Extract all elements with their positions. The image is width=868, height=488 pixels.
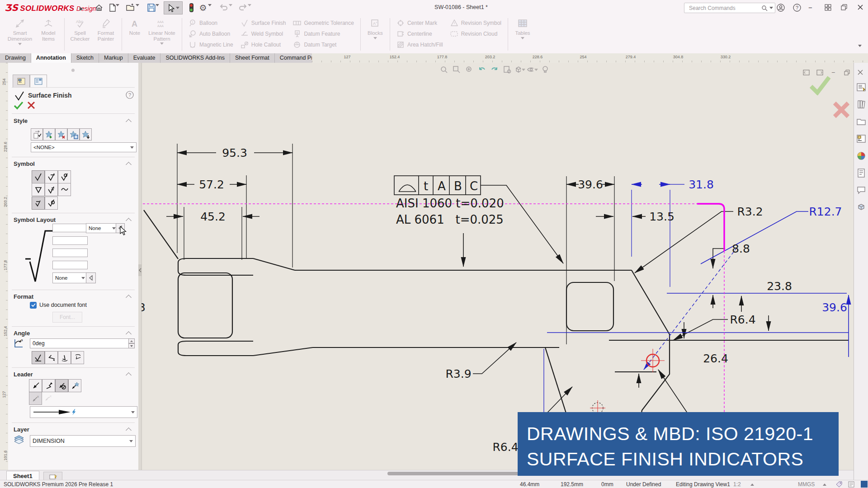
datum-feature-button[interactable]: ADatum Feature [289, 28, 358, 39]
undo-caret[interactable] [229, 6, 232, 14]
redo-caret[interactable] [248, 6, 251, 14]
symbol-section-header[interactable]: Symbol [14, 160, 35, 167]
symbol-triangle-button[interactable] [32, 183, 45, 196]
layout-dropdown-2[interactable]: None [52, 272, 88, 283]
units-label[interactable]: MMGS [798, 481, 815, 488]
layer-collapse-chevron[interactable] [126, 427, 132, 433]
dim-31-8[interactable]: 31.8 [689, 178, 714, 191]
hide-show-items-icon[interactable] [540, 64, 551, 75]
dim-95-3[interactable]: 95.3 [222, 146, 247, 160]
interference-check-button[interactable] [185, 2, 197, 14]
tables-button[interactable]: Tables [511, 15, 534, 53]
file-explorer-icon[interactable] [856, 116, 867, 127]
confirmation-accept-button[interactable] [808, 75, 832, 95]
dim-39-6-right[interactable]: 39.6 [822, 301, 847, 314]
confirmation-cancel-button[interactable] [832, 100, 851, 119]
dim-13-5[interactable]: 13.5 [649, 210, 675, 223]
style-save-button[interactable] [67, 128, 80, 141]
dim-r3-9[interactable]: R3.9 [445, 367, 471, 380]
leader-no-leader-button[interactable]: x [29, 392, 42, 405]
layout-dropdown-1[interactable]: None [86, 223, 118, 233]
leader-collapse-chevron[interactable] [126, 372, 132, 378]
search-input[interactable] [688, 5, 761, 12]
style-load-button[interactable] [80, 128, 92, 141]
format-section-header[interactable]: Format [14, 293, 33, 300]
leader-section-header[interactable]: Leader [14, 371, 33, 378]
minimize-button[interactable]: − [808, 4, 812, 11]
close-button[interactable] [857, 4, 863, 12]
layer-dropdown[interactable]: DIMENSION [30, 435, 136, 447]
format-painter-button[interactable]: Format Painter [93, 15, 119, 53]
custom-properties-icon[interactable] [856, 168, 867, 178]
pm-help-icon[interactable]: ? [126, 91, 134, 99]
panel-collapse-handle[interactable] [71, 69, 75, 72]
symbol-f-button[interactable] [45, 183, 58, 196]
note-button[interactable]: A Note [125, 15, 145, 53]
design-library-icon[interactable] [856, 99, 867, 110]
view-orientation-icon[interactable] [514, 64, 525, 75]
appearances-icon[interactable] [856, 150, 867, 161]
font-button[interactable]: Font... [52, 312, 82, 323]
tile-windows-button[interactable] [825, 4, 831, 13]
tab-solidworks-add-ins[interactable]: SOLIDWORKS Add-Ins [160, 53, 230, 63]
angle-rotate-cw-button[interactable] [71, 351, 84, 364]
search-icon[interactable] [761, 5, 768, 11]
zoom-to-area-icon[interactable] [451, 64, 462, 75]
dim-39-6[interactable]: 39.6 [578, 178, 603, 191]
selected-edge-highlight[interactable] [697, 204, 724, 251]
leader-none-button[interactable] [55, 379, 68, 392]
revision-cloud-button[interactable]: Revision Cloud [447, 28, 505, 39]
use-document-font-checkbox[interactable] [30, 302, 37, 309]
tab-sketch[interactable]: Sketch [71, 53, 99, 63]
leader-bent-button[interactable] [42, 379, 55, 392]
home-button[interactable] [93, 2, 105, 14]
symbol-layout-section-header[interactable]: Symbol Layout [14, 216, 56, 223]
featuremanager-tab[interactable] [13, 75, 30, 88]
dim-r3-2[interactable]: R3.2 [737, 205, 763, 218]
undo-button[interactable] [218, 2, 230, 14]
hole-callout-button[interactable]: Hole Callout [237, 39, 290, 50]
leader-straight-button[interactable] [29, 379, 42, 392]
select-tool-button[interactable] [164, 1, 183, 14]
sheet-properties-icon[interactable] [502, 64, 513, 75]
dim-45-2[interactable]: 45.2 [200, 210, 226, 223]
leader-arrow-style-dropdown[interactable] [30, 406, 137, 418]
child-restore-icon[interactable] [842, 68, 852, 77]
sheet-scale-label[interactable]: 1:2 [733, 481, 741, 488]
redo-view-icon[interactable] [489, 64, 500, 75]
style-collapse-chevron[interactable] [126, 119, 132, 125]
dimension-lines[interactable] [166, 153, 769, 440]
layer-section-header[interactable]: Layer [14, 426, 29, 433]
previous-view-icon[interactable] [476, 64, 487, 75]
redo-button[interactable] [237, 2, 249, 14]
tab-markup[interactable]: Markup [99, 53, 128, 63]
display-style-icon[interactable] [527, 64, 538, 75]
angle-spinner[interactable] [128, 338, 135, 348]
dim-57-2[interactable]: 57.2 [199, 178, 224, 191]
layout-field-3[interactable] [52, 249, 88, 257]
dim-26-4[interactable]: 26.4 [703, 352, 728, 365]
angle-section-header[interactable]: Angle [14, 330, 30, 337]
angle-rotate-90-button[interactable] [45, 351, 58, 364]
dim-r6-4[interactable]: R6.4 [730, 313, 755, 326]
scale-caret[interactable] [750, 483, 754, 486]
symbol-basic-button[interactable] [32, 170, 45, 183]
tab-evaluate[interactable]: Evaluate [128, 53, 161, 63]
restore-button[interactable] [841, 4, 848, 13]
layout-field-2[interactable] [52, 236, 88, 245]
balloon-button[interactable]: 1Balloon [185, 18, 237, 28]
help-icon[interactable]: ? [791, 2, 803, 14]
model-items-button[interactable]: Model Items [35, 15, 61, 53]
units-caret[interactable] [823, 483, 826, 486]
new-document-caret[interactable] [116, 6, 119, 14]
smart-dimension-button[interactable]: Smart Dimension [5, 15, 35, 53]
layout-flip-button-2[interactable] [86, 272, 96, 283]
layout-field-1[interactable] [52, 224, 88, 232]
centerline-button[interactable]: Centerline [393, 28, 447, 39]
zoom-in-out-icon[interactable] [464, 64, 475, 75]
feature-control-frame[interactable] [394, 176, 481, 195]
symbol-bar-button[interactable] [32, 197, 45, 210]
dim-r6-4-bottom[interactable]: R6.4 [492, 441, 518, 454]
sheet-tab-sheet1[interactable]: Sheet1 [6, 471, 39, 481]
format-collapse-chevron[interactable] [126, 295, 132, 300]
